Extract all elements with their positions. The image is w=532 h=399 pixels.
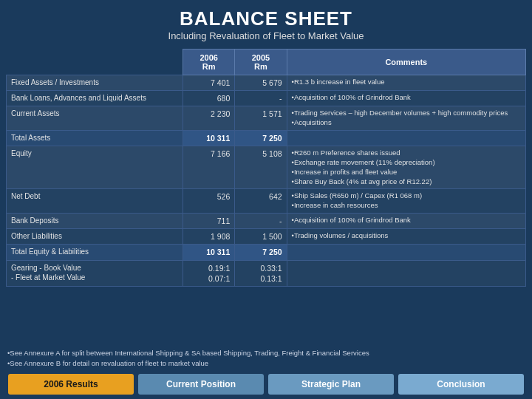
table-row-2006-8: 10 311 xyxy=(183,245,235,260)
table-row-label-4: Equity xyxy=(7,146,183,189)
footer-tabs: 2006 Results Current Position Strategic … xyxy=(0,371,532,399)
col-header-label xyxy=(7,50,183,75)
footnote-1: •See Annexure A for split between Intern… xyxy=(7,348,525,358)
table-row-comments-8 xyxy=(287,245,525,260)
col-header-comments: Comments xyxy=(287,50,525,75)
table-row-2006-5: 526 xyxy=(183,189,235,214)
table-row-2006-1: 680 xyxy=(183,91,235,106)
table-row-comments-7: •Trading volumes / acquisitions xyxy=(287,229,525,245)
table-row-label-6: Bank Deposits xyxy=(7,214,183,229)
table-row-comments-0: •R1.3 b increase in fleet value xyxy=(287,75,525,91)
table-row-2006-6: 711 xyxy=(183,214,235,229)
tab-2006-results[interactable]: 2006 Results xyxy=(8,374,134,395)
footnote-2: •See Annexure B for detail on revaluatio… xyxy=(7,358,525,369)
table-row-2005-5: 642 xyxy=(235,189,287,214)
table-row-2006-2: 2 230 xyxy=(183,106,235,131)
tab-conclusion[interactable]: Conclusion xyxy=(398,374,524,395)
table-row-2005-2: 1 571 xyxy=(235,106,287,131)
page-title: BALANCE SHEET xyxy=(0,7,532,30)
page-subtitle: Including Revaluation of Fleet to Market… xyxy=(0,30,532,46)
table-row-label-3: Total Assets xyxy=(7,130,183,146)
table-row-comments-6: •Acquisition of 100% of Grindrod Bank xyxy=(287,214,525,229)
table-row-label-8: Total Equity & Liabilities xyxy=(7,245,183,260)
table-row-2005-8: 7 250 xyxy=(235,245,287,260)
table-row-2005-7: 1 500 xyxy=(235,229,287,245)
col-header-2005: 2005Rm xyxy=(235,50,287,75)
col-header-2006: 2006Rm xyxy=(183,50,235,75)
page: BALANCE SHEET Including Revaluation of F… xyxy=(0,0,532,399)
table-container: 2006Rm 2005Rm Comments Fixed Assets / In… xyxy=(0,49,532,346)
table-row-label-0: Fixed Assets / Investments xyxy=(7,75,183,91)
balance-sheet-table: 2006Rm 2005Rm Comments Fixed Assets / In… xyxy=(6,49,526,287)
table-row-2005-0: 5 679 xyxy=(235,75,287,91)
table-row-2006-4: 7 166 xyxy=(183,146,235,189)
table-row-2006-3: 10 311 xyxy=(183,130,235,146)
table-row-label-9: Gearing - Book Value - Fleet at Market V… xyxy=(7,260,183,286)
table-row-comments-1: •Acquisition of 100% of Grindrod Bank xyxy=(287,91,525,106)
table-row-label-2: Current Assets xyxy=(7,106,183,131)
tab-current-position[interactable]: Current Position xyxy=(138,374,264,395)
table-row-2005-4: 5 108 xyxy=(235,146,287,189)
table-row-comments-3 xyxy=(287,130,525,146)
table-row-comments-2: •Trading Services – high December volume… xyxy=(287,106,525,131)
table-row-comments-4: •R260 m Preference shares issued •Exchan… xyxy=(287,146,525,189)
table-row-label-1: Bank Loans, Advances and Liquid Assets xyxy=(7,91,183,106)
footnotes: •See Annexure A for split between Intern… xyxy=(0,346,532,372)
table-row-comments-5: •Ship Sales (R650 m) / Capex (R1 068 m) … xyxy=(287,189,525,214)
table-row-2005-6: - xyxy=(235,214,287,229)
table-row-2006-0: 7 401 xyxy=(183,75,235,91)
table-row-label-7: Other Liabilities xyxy=(7,229,183,245)
table-row-2005-3: 7 250 xyxy=(235,130,287,146)
table-row-2005-9: 0.33:1 0.13:1 xyxy=(235,260,287,286)
tab-strategic-plan[interactable]: Strategic Plan xyxy=(268,374,394,395)
table-row-comments-9 xyxy=(287,260,525,286)
table-row-2006-7: 1 908 xyxy=(183,229,235,245)
table-row-label-5: Net Debt xyxy=(7,189,183,214)
header: BALANCE SHEET Including Revaluation of F… xyxy=(0,0,532,49)
table-row-2006-9: 0.19:1 0.07:1 xyxy=(183,260,235,286)
table-row-2005-1: - xyxy=(235,91,287,106)
